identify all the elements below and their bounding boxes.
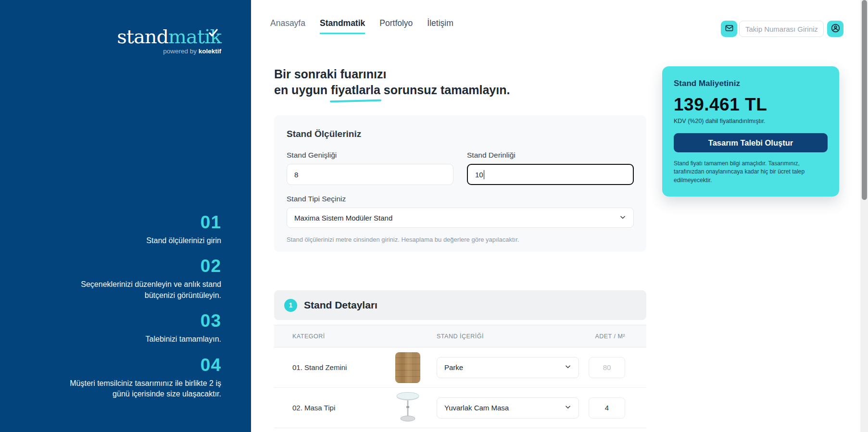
hero-line1: Bir sonraki fuarınızı [274,67,386,81]
cost-title: Stand Maliyetiniz [674,79,828,88]
step-3-number: 03 [63,312,221,330]
account-button[interactable] [827,21,843,37]
depth-label: Stand Derinliği [467,151,634,160]
stand-zemini-value: Parke [444,363,463,371]
cost-panel: Stand Maliyetiniz 139.461 TL KDV (%20) d… [662,66,839,197]
brand-name-primary: stand [117,25,168,48]
page-scrollbar-track[interactable] [860,0,868,432]
step-badge: 1 [284,299,297,312]
parquet-wood-thumbnail [395,352,420,383]
masa-tipi-select[interactable]: Yuvarlak Cam Masa [437,397,579,419]
stand-type-select[interactable]: Maxima Sistem Modüler Stand [287,208,634,228]
nav-item-anasayfa[interactable]: Anasayfa [270,18,305,33]
measurements-title: Stand Ölçüleriniz [287,129,634,139]
page-scrollbar-thumb[interactable] [862,0,867,200]
table-row-masa-tipi: 02. Masa Tipi Yuvarlak Cam [274,388,646,428]
brand-wordmark: standmatik [117,27,221,46]
column-kategori: KATEGORİ [283,333,379,340]
text-cursor [484,170,485,179]
depth-value: 10 [475,171,483,179]
step-2-text: Seçeneklerinizi düzenleyin ve anlık stan… [63,279,221,301]
create-design-request-button[interactable]: Tasarım Talebi Oluştur [674,133,828,152]
step-1-text: Stand ölçülerinizi girin [63,235,221,246]
hero-line2-prefix: en uygun [274,83,331,97]
measurements-help-text: Stand ölçülerinizi metre cinsinden girin… [287,236,634,243]
stand-type-value: Maxima Sistem Modüler Stand [294,214,392,222]
details-header: 1 Stand Detayları [274,290,646,320]
column-stand-icerigi: STAND İÇERİĞİ [437,333,579,340]
standmatik-page: standmatik powered by kolektif 01 Stand … [0,0,868,432]
hero-heading: Bir sonraki fuarınızı en uygun fiyatlarl… [274,66,510,98]
envelope-icon [725,24,734,35]
main-nav: Anasayfa Standmatik Portfolyo İletişim [270,18,453,34]
logo-check-icon [209,21,218,40]
tagline-prefix: powered by [163,48,199,55]
cost-vat-note: KDV (%20) dahil fiyatlandırılmıştır. [674,118,828,124]
brand-tagline: powered by kolektif [117,48,221,55]
row-category: 02. Masa Tipi [283,404,379,412]
measurements-panel: Stand Ölçüleriniz Stand Genişliği 8 Stan… [274,115,646,252]
details-title: Stand Detayları [304,299,377,311]
depth-input[interactable]: 10 [467,164,634,185]
stand-details-panel: 1 Stand Detayları KATEGORİ STAND İÇERİĞİ… [274,290,646,428]
tracking-number-input[interactable] [739,21,824,37]
stand-zemini-qty-input[interactable]: 80 [589,357,625,378]
brand-logo[interactable]: standmatik powered by kolektif [117,27,221,55]
step-2-number: 02 [63,257,221,275]
column-adet-m2: ADET / M² [589,333,625,340]
masa-tipi-value: Yuvarlak Cam Masa [444,404,509,412]
mail-button[interactable] [721,21,737,37]
tagline-brand: kolektif [199,48,221,55]
chevron-down-icon [565,363,571,371]
chevron-down-icon [619,214,626,222]
glass-round-table-thumbnail [395,392,420,424]
nav-item-iletisim[interactable]: İletişim [427,18,453,33]
nav-item-standmatik[interactable]: Standmatik [320,18,365,34]
width-input[interactable]: 8 [287,164,453,185]
width-label: Stand Genişliği [287,151,453,160]
cost-amount: 139.461 TL [674,95,828,115]
account-circle-icon [830,23,841,35]
table-row-stand-zemini: 01. Stand Zemini Parke 80 [274,347,646,388]
details-column-headers: KATEGORİ STAND İÇERİĞİ ADET / M² [274,325,646,347]
hero-highlight: fiyatlarla [331,82,380,98]
nav-item-portfolyo[interactable]: Portfolyo [379,18,413,33]
stand-zemini-select[interactable]: Parke [437,357,579,378]
step-1-number: 01 [63,213,221,231]
stand-type-label: Stand Tipi Seçiniz [287,195,634,203]
step-3-text: Talebinizi tamamlayın. [63,334,221,345]
sidebar: standmatik powered by kolektif 01 Stand … [0,0,251,432]
step-4-text: Müşteri temsilciniz tasarımınız ile birl… [63,378,221,400]
steps-list: 01 Stand ölçülerinizi girin 02 Seçenekle… [63,213,221,410]
cost-disclaimer: Stand fiyatı tamamen bilgi amaçlıdır. Ta… [674,160,828,185]
width-value: 8 [294,171,298,179]
step-4-number: 04 [63,356,221,374]
row-category: 01. Stand Zemini [283,363,379,371]
hero-line2-suffix: sorunsuz tamamlayın. [380,83,510,97]
chevron-down-icon [565,404,571,412]
masa-tipi-qty-input[interactable]: 4 [589,397,625,419]
